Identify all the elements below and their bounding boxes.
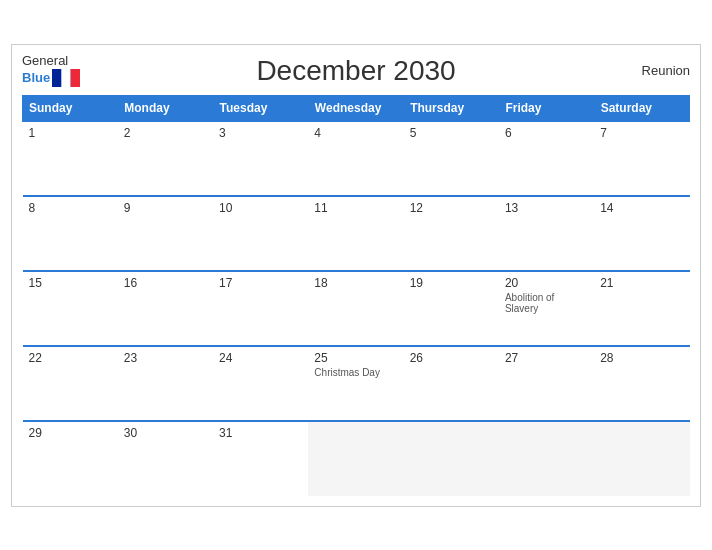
day-number: 13: [505, 201, 588, 215]
day-number: 24: [219, 351, 302, 365]
table-row: 24: [213, 346, 308, 421]
day-number: 25: [314, 351, 397, 365]
table-row: [404, 421, 499, 496]
table-row: 26: [404, 346, 499, 421]
day-number: 23: [124, 351, 207, 365]
calendar-week-row: 293031: [23, 421, 690, 496]
logo-general-text: General: [22, 54, 80, 68]
svg-rect-1: [61, 69, 70, 87]
calendar-week-row: 22232425Christmas Day262728: [23, 346, 690, 421]
table-row: 31: [213, 421, 308, 496]
day-number: 3: [219, 126, 302, 140]
table-row: [308, 421, 403, 496]
day-number: 27: [505, 351, 588, 365]
logo: General Blue: [22, 54, 80, 86]
table-row: 10: [213, 196, 308, 271]
day-number: 4: [314, 126, 397, 140]
table-row: 20Abolition of Slavery: [499, 271, 594, 346]
table-row: 8: [23, 196, 118, 271]
table-row: 7: [594, 121, 689, 196]
col-friday: Friday: [499, 95, 594, 121]
day-number: 19: [410, 276, 493, 290]
event-label: Christmas Day: [314, 367, 397, 378]
table-row: 22: [23, 346, 118, 421]
col-wednesday: Wednesday: [308, 95, 403, 121]
logo-blue-text: Blue: [22, 71, 50, 85]
table-row: 30: [118, 421, 213, 496]
table-row: 3: [213, 121, 308, 196]
table-row: 23: [118, 346, 213, 421]
calendar-week-row: 151617181920Abolition of Slavery21: [23, 271, 690, 346]
day-number: 6: [505, 126, 588, 140]
day-number: 31: [219, 426, 302, 440]
table-row: 15: [23, 271, 118, 346]
day-number: 12: [410, 201, 493, 215]
day-number: 16: [124, 276, 207, 290]
day-number: 10: [219, 201, 302, 215]
day-number: 5: [410, 126, 493, 140]
day-number: 29: [29, 426, 112, 440]
day-number: 20: [505, 276, 588, 290]
table-row: 16: [118, 271, 213, 346]
col-monday: Monday: [118, 95, 213, 121]
table-row: 17: [213, 271, 308, 346]
day-number: 21: [600, 276, 683, 290]
table-row: 12: [404, 196, 499, 271]
day-number: 11: [314, 201, 397, 215]
table-row: 5: [404, 121, 499, 196]
col-tuesday: Tuesday: [213, 95, 308, 121]
calendar-header: General Blue December 2030 Reunion: [22, 55, 690, 87]
calendar-week-row: 1234567: [23, 121, 690, 196]
logo-flag-icon: [52, 69, 80, 87]
day-number: 15: [29, 276, 112, 290]
table-row: 14: [594, 196, 689, 271]
weekday-header-row: Sunday Monday Tuesday Wednesday Thursday…: [23, 95, 690, 121]
table-row: [594, 421, 689, 496]
table-row: 4: [308, 121, 403, 196]
day-number: 9: [124, 201, 207, 215]
table-row: 21: [594, 271, 689, 346]
day-number: 1: [29, 126, 112, 140]
calendar-week-row: 891011121314: [23, 196, 690, 271]
table-row: 29: [23, 421, 118, 496]
table-row: 9: [118, 196, 213, 271]
col-sunday: Sunday: [23, 95, 118, 121]
table-row: 11: [308, 196, 403, 271]
table-row: 13: [499, 196, 594, 271]
table-row: 25Christmas Day: [308, 346, 403, 421]
day-number: 2: [124, 126, 207, 140]
table-row: 6: [499, 121, 594, 196]
calendar-title: December 2030: [256, 55, 455, 87]
table-row: 28: [594, 346, 689, 421]
day-number: 7: [600, 126, 683, 140]
table-row: 1: [23, 121, 118, 196]
region-label: Reunion: [642, 63, 690, 78]
col-saturday: Saturday: [594, 95, 689, 121]
svg-rect-2: [71, 69, 80, 87]
day-number: 22: [29, 351, 112, 365]
day-number: 26: [410, 351, 493, 365]
table-row: 27: [499, 346, 594, 421]
table-row: 19: [404, 271, 499, 346]
day-number: 28: [600, 351, 683, 365]
table-row: [499, 421, 594, 496]
table-row: 18: [308, 271, 403, 346]
day-number: 14: [600, 201, 683, 215]
day-number: 18: [314, 276, 397, 290]
col-thursday: Thursday: [404, 95, 499, 121]
calendar-container: General Blue December 2030 Reunion Sunda…: [11, 44, 701, 507]
day-number: 30: [124, 426, 207, 440]
table-row: 2: [118, 121, 213, 196]
event-label: Abolition of Slavery: [505, 292, 588, 314]
calendar-grid: Sunday Monday Tuesday Wednesday Thursday…: [22, 95, 690, 496]
day-number: 8: [29, 201, 112, 215]
day-number: 17: [219, 276, 302, 290]
